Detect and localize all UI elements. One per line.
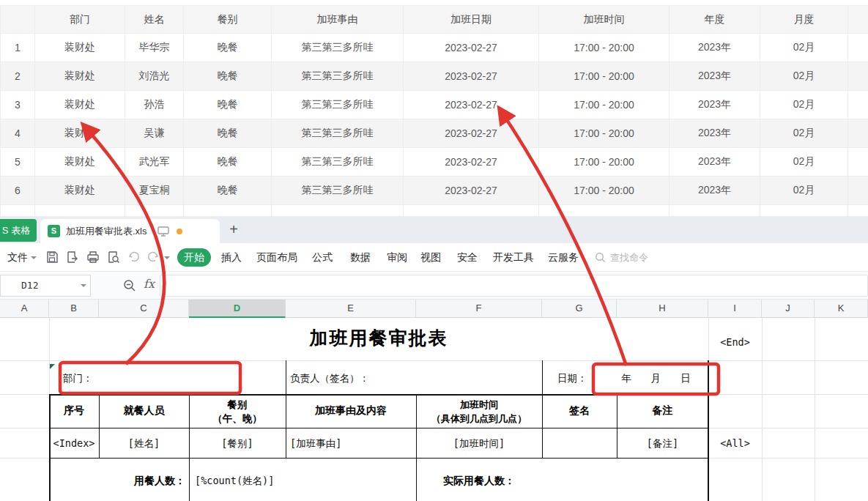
placeholder-name-cell[interactable]: [姓名] bbox=[99, 437, 189, 450]
column-header-row: A B C D E F G H I J K bbox=[0, 300, 868, 318]
column-header-g[interactable]: G bbox=[542, 300, 617, 318]
menu-file[interactable]: 文件 bbox=[7, 243, 28, 272]
column-header-i[interactable]: I bbox=[708, 300, 762, 318]
zoom-out-icon[interactable] bbox=[123, 279, 136, 292]
manager-label-cell[interactable]: 负责人（签名）： bbox=[290, 372, 369, 385]
cell: 02月 bbox=[760, 62, 848, 91]
menu-tab-formulas[interactable]: 公式 bbox=[312, 243, 333, 272]
cell: 2023-02-27 bbox=[404, 91, 539, 119]
cell: 3 bbox=[1, 91, 35, 119]
cell bbox=[669, 205, 760, 217]
col-header-meal: 餐别 bbox=[184, 6, 272, 34]
form-header-sign[interactable]: 签名 bbox=[542, 404, 617, 417]
cell bbox=[404, 205, 539, 217]
dept-label-cell[interactable]: 部门： bbox=[63, 372, 93, 385]
undo-icon[interactable] bbox=[127, 250, 141, 264]
cell: 夏宝桐 bbox=[125, 177, 184, 205]
form-header-person[interactable]: 就餐人员 bbox=[99, 404, 189, 417]
fx-icon[interactable]: fx bbox=[144, 277, 155, 291]
placeholder-note-cell[interactable]: [备注] bbox=[617, 437, 708, 450]
column-header-c[interactable]: C bbox=[99, 300, 189, 318]
cell: 17:00 - 20:00 bbox=[539, 34, 669, 62]
chevron-down-icon[interactable] bbox=[81, 284, 86, 287]
cell: 2023年 bbox=[669, 62, 760, 91]
form-header-time[interactable]: 加班时间（具体到几点到几点） bbox=[416, 398, 542, 426]
placeholder-time-cell[interactable]: [加班时间] bbox=[416, 437, 542, 450]
all-marker-cell[interactable]: <All> bbox=[708, 437, 762, 449]
form-header-time-line2: （具体到几点到几点） bbox=[431, 413, 527, 424]
placeholder-reason-cell[interactable]: [加班事由] bbox=[290, 437, 341, 450]
menu-tab-insert[interactable]: 插入 bbox=[221, 243, 242, 272]
placeholder-meal-cell[interactable]: [餐别] bbox=[189, 437, 286, 450]
cell: 6 bbox=[1, 177, 35, 205]
cell: 第三第三多所哇 bbox=[272, 177, 404, 205]
menu-tab-review[interactable]: 审阅 bbox=[387, 243, 407, 272]
cell bbox=[848, 119, 868, 148]
menu-tab-data[interactable]: 数据 bbox=[350, 243, 371, 272]
column-header-h[interactable]: H bbox=[617, 300, 708, 318]
actual-diners-label-cell[interactable]: 实际用餐人数： bbox=[416, 475, 542, 488]
cell: 2 bbox=[1, 62, 35, 91]
menu-tab-security[interactable]: 安全 bbox=[457, 243, 478, 272]
column-header-j[interactable]: J bbox=[762, 300, 815, 318]
monitor-icon[interactable] bbox=[157, 226, 169, 237]
cell: 17:00 - 20:00 bbox=[539, 91, 669, 119]
column-header-d-selected[interactable]: D bbox=[189, 300, 286, 318]
chevron-down-icon[interactable] bbox=[164, 256, 170, 259]
redo-icon[interactable] bbox=[146, 250, 160, 264]
date-value-cell[interactable]: 年 月 日 bbox=[593, 372, 719, 385]
column-header-k[interactable]: K bbox=[815, 300, 868, 318]
column-header-e[interactable]: E bbox=[286, 300, 416, 318]
cell: 5 bbox=[1, 148, 35, 177]
end-marker-cell[interactable]: <End> bbox=[708, 336, 762, 348]
cell: 吴谦 bbox=[125, 119, 184, 148]
menu-tab-dev-tools[interactable]: 开发工具 bbox=[493, 243, 534, 272]
diners-count-value-cell[interactable]: [%count(姓名)] bbox=[195, 475, 274, 488]
cell bbox=[760, 205, 848, 217]
form-header-note[interactable]: 备注 bbox=[617, 404, 708, 417]
cell: 17:00 - 20:00 bbox=[539, 62, 669, 91]
save-icon[interactable] bbox=[45, 250, 59, 264]
form-header-reason[interactable]: 加班事由及内容 bbox=[286, 404, 416, 417]
form-border bbox=[286, 360, 286, 394]
cell: 2023-02-27 bbox=[404, 119, 539, 148]
cell bbox=[125, 205, 184, 217]
cell: 1 bbox=[1, 34, 35, 62]
print-icon[interactable] bbox=[86, 250, 100, 264]
cell: 孙浩 bbox=[125, 91, 184, 119]
form-border bbox=[542, 360, 543, 394]
col-header-time: 加班时间 bbox=[539, 6, 669, 34]
cell: 2023-02-27 bbox=[404, 177, 539, 205]
form-header-meal[interactable]: 餐别（午、晚） bbox=[189, 398, 286, 426]
cell bbox=[539, 205, 669, 217]
form-title-cell[interactable]: 加班用餐审批表 bbox=[49, 326, 708, 350]
menu-tab-page-layout[interactable]: 页面布局 bbox=[256, 243, 297, 272]
column-header-f[interactable]: F bbox=[416, 300, 542, 318]
cell: 装财处 bbox=[35, 62, 125, 91]
form-border bbox=[49, 428, 709, 428]
cell: 2023-02-27 bbox=[404, 34, 539, 62]
menu-tab-cloud[interactable]: 云服务 bbox=[548, 243, 579, 272]
menu-tab-home[interactable]: 开始 bbox=[177, 248, 211, 267]
wps-app-button[interactable]: S 表格 bbox=[0, 219, 37, 242]
column-header-b[interactable]: B bbox=[49, 300, 99, 318]
table-row: 1装财处毕华宗晚餐第三第三多所哇2023-02-2717:00 - 20:002… bbox=[1, 34, 868, 62]
command-search[interactable]: 查找命令 bbox=[595, 243, 648, 272]
formula-input[interactable] bbox=[160, 275, 868, 297]
placeholder-index-cell[interactable]: <Index> bbox=[49, 437, 99, 449]
menu-tab-view[interactable]: 视图 bbox=[420, 243, 441, 272]
print-preview-icon[interactable] bbox=[107, 250, 120, 264]
diners-count-label-cell[interactable]: 用餐人数： bbox=[49, 475, 185, 488]
date-label-cell[interactable]: 日期： bbox=[557, 372, 587, 385]
cell-name-box[interactable]: D12 bbox=[0, 275, 91, 297]
column-header-a[interactable]: A bbox=[0, 300, 49, 318]
cell bbox=[848, 62, 868, 91]
spreadsheet-doc-icon: S bbox=[48, 225, 60, 237]
export-icon[interactable] bbox=[66, 250, 79, 264]
form-header-index[interactable]: 序号 bbox=[49, 404, 99, 417]
document-tab[interactable]: S 加班用餐审批表.xls bbox=[40, 219, 220, 243]
cell bbox=[272, 205, 404, 217]
cell: 2023-02-27 bbox=[404, 148, 539, 177]
new-tab-button[interactable]: + bbox=[224, 220, 243, 239]
cell: 2023-02-27 bbox=[404, 62, 539, 91]
